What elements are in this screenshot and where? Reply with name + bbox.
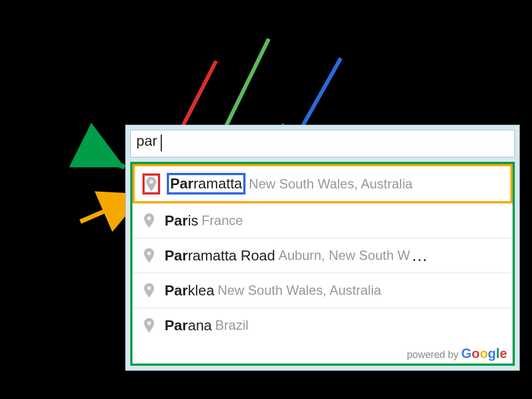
prediction-main-term: Parana [165, 317, 212, 334]
place-marker-icon [140, 280, 158, 301]
prediction-secondary-text: France [202, 213, 243, 228]
attribution-footer: powered by Google [132, 342, 513, 364]
matched-substring: Par [165, 317, 188, 334]
autocomplete-widget: par Parramatta New South Wales, Australi… [125, 125, 520, 371]
matched-substring: Par [165, 247, 188, 264]
prediction-item[interactable]: Parramatta New South Wales, Australia [132, 164, 513, 203]
google-logo: Google [461, 346, 507, 361]
prediction-item[interactable]: Parklea New South Wales, Australia [132, 273, 513, 308]
matched-substring: Par [165, 282, 188, 299]
place-marker-icon [140, 315, 158, 336]
svg-point-7 [147, 252, 151, 255]
prediction-secondary-text: Brazil [215, 318, 248, 333]
place-marker-icon [142, 173, 160, 195]
place-marker-icon [140, 245, 158, 266]
prediction-item[interactable]: Parana Brazil [132, 308, 513, 342]
prediction-main-term: Parramatta [167, 173, 245, 195]
svg-line-3 [80, 145, 125, 167]
prediction-secondary-text: New South Wales, Australia [218, 283, 381, 298]
prediction-item[interactable]: Parramatta Road Auburn, New South W … [132, 238, 513, 273]
search-input-text: par [136, 132, 157, 149]
svg-point-8 [147, 287, 151, 290]
search-input-container[interactable]: par [130, 130, 515, 157]
prediction-main-term: Parramatta Road [165, 247, 275, 264]
svg-point-9 [147, 321, 151, 325]
svg-point-5 [150, 180, 154, 183]
svg-point-6 [147, 217, 151, 221]
prediction-main-term: Paris [165, 212, 198, 229]
prediction-main-term: Parklea [165, 282, 214, 299]
text-cursor [161, 135, 162, 151]
predictions-dropdown: Parramatta New South Wales, Australia Pa… [130, 162, 515, 366]
powered-by-text: powered by [407, 349, 461, 360]
truncation-ellipsis: … [411, 246, 429, 265]
matched-substring: Par [165, 212, 188, 229]
matched-substring: Par [170, 175, 193, 192]
prediction-item[interactable]: Paris France [132, 203, 513, 238]
place-marker-icon [140, 210, 158, 231]
prediction-secondary-text: New South Wales, Australia [249, 176, 412, 192]
prediction-secondary-text: Auburn, New South W [278, 248, 410, 263]
